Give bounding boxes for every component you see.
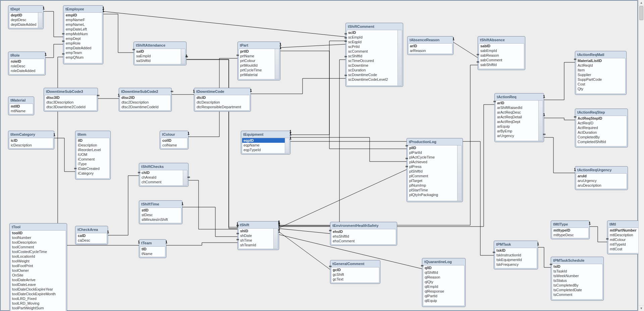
field[interactable]: tskID — [495, 248, 537, 253]
table-tEquipment[interactable]: tEquipmenteqpIDeqpNameeqpTypeId — [241, 131, 290, 154]
table-tShift[interactable]: tShiftshIDshDateshTimeshTeamId — [237, 221, 279, 250]
field[interactable]: aruDescription — [576, 183, 627, 188]
table-title[interactable]: tDowntimeSubCode3 — [45, 89, 97, 95]
field-list[interactable]: ehsIDehsShiftIdehsComment — [331, 229, 396, 245]
field[interactable]: toolLRD_Moving — [11, 301, 66, 306]
field[interactable]: aruUrgency — [576, 178, 627, 183]
field[interactable]: toolDescription — [11, 240, 66, 245]
field[interactable]: iID — [76, 138, 109, 143]
field[interactable]: scDowntime — [347, 63, 402, 68]
field[interactable]: scTimeOccured — [347, 58, 402, 63]
table-tActionReqMatl[interactable]: tActionReqMatlMaterialListIDActReqIdItem… — [575, 51, 627, 95]
field[interactable]: scShiftId — [347, 54, 402, 58]
field-list[interactable]: arIDarShiftRaisedIdarActReqDescarActReqD… — [495, 100, 543, 141]
field[interactable]: sabEmpId — [479, 48, 524, 53]
field[interactable]: chID — [140, 170, 187, 175]
field[interactable]: empID — [64, 13, 102, 17]
field-list[interactable]: dtcIDdtcDescriptiondtcResponsibleDepartm… — [195, 95, 250, 111]
table-title[interactable]: tItem — [76, 132, 110, 138]
field[interactable]: dtsc3Description — [45, 100, 97, 105]
field[interactable]: stID — [140, 208, 181, 212]
field-list[interactable]: colIDcolName — [161, 138, 187, 148]
field[interactable]: mtlTypeId — [608, 242, 639, 247]
table-tActionReqUrgency[interactable]: tActionReqUrgencyaruIdaruUrgencyaruDescr… — [575, 166, 628, 190]
field[interactable]: qlEmpId — [423, 284, 464, 289]
field[interactable]: prtMouldId — [239, 63, 279, 68]
field-list[interactable]: mtlPartNumbermtlDescriptionmtlColourmtlT… — [608, 228, 640, 253]
field[interactable]: Supplier — [576, 72, 625, 77]
field[interactable]: eqpName — [242, 143, 289, 147]
field[interactable]: sabReason — [479, 53, 524, 58]
field-list[interactable]: gcIDgcShiftgcText — [331, 267, 379, 283]
field[interactable]: dtcID — [195, 95, 250, 100]
field-list[interactable]: prtIDprtNameprtColourprtMouldIdprtCycleT… — [238, 49, 279, 79]
table-title[interactable]: tRole — [9, 53, 45, 59]
field[interactable]: saID — [135, 49, 185, 54]
field[interactable]: Cost — [576, 82, 625, 86]
field[interactable]: iCategory — [76, 171, 109, 176]
field[interactable]: tsID — [552, 264, 602, 269]
table-title[interactable]: tMtl — [608, 222, 640, 228]
table-title[interactable]: tDowntimeSubCode2 — [120, 89, 171, 95]
scroll-thumb[interactable] — [639, 6, 643, 20]
vertical-scrollbar[interactable]: ▲ ▼ — [638, 0, 644, 311]
field[interactable]: Item — [576, 68, 625, 72]
field-list[interactable]: shIDshDateshTimeshTeamId — [238, 228, 278, 249]
table-title[interactable]: tPMTask — [495, 242, 537, 248]
field[interactable]: shTeamId — [239, 243, 278, 247]
field[interactable]: colID — [161, 138, 187, 143]
field[interactable]: sabShiftId — [479, 62, 524, 67]
table-title[interactable]: tMtlType — [552, 222, 589, 228]
field[interactable]: toolNumber — [11, 235, 66, 240]
table-title[interactable]: tPMTaskSchedule — [552, 258, 603, 264]
field[interactable]: saShiftId — [135, 58, 185, 63]
table-tQuarantineLog[interactable]: tQuarantineLogqlIDqlShiftIdqlReasonqlQty… — [422, 258, 466, 307]
field[interactable]: empRole — [64, 41, 102, 46]
field-list[interactable]: icIDicDescription — [9, 138, 53, 148]
field[interactable]: mtlCost — [608, 247, 639, 251]
field[interactable]: icID — [9, 138, 53, 143]
field[interactable]: empQNum — [64, 55, 102, 60]
field[interactable]: tsTaskId — [552, 269, 602, 273]
table-tActionReq[interactable]: tActionReqarIDarShiftRaisedIdarActReqDes… — [494, 93, 544, 142]
field-list[interactable]: iIDiDescriptioniReorderLeveliUOMiComment… — [76, 138, 110, 179]
field[interactable]: saEmpId — [135, 54, 185, 58]
table-title[interactable]: tEquipment — [242, 132, 289, 138]
field-list[interactable]: arIDarReason — [408, 43, 452, 54]
field[interactable]: scDowntimeCodeLevel2 — [347, 77, 402, 82]
table-title[interactable]: tEnvironmentHealthSafety — [331, 223, 396, 229]
field[interactable]: empDept — [64, 36, 102, 41]
field[interactable]: arByEmp — [496, 129, 543, 133]
field[interactable]: scID — [347, 30, 402, 35]
field[interactable]: plQtyInPackaging — [408, 192, 462, 197]
field[interactable]: arActReqDetail — [496, 115, 543, 119]
table-title[interactable]: tDowntimeCode — [195, 89, 250, 95]
field[interactable]: mtlDescription — [608, 233, 639, 237]
field-list[interactable]: empIDempNameFempNameLempDateLeftempMobNu… — [64, 12, 102, 63]
field[interactable]: prtID — [239, 49, 279, 54]
field[interactable]: CompletedShiftId — [576, 139, 627, 144]
field[interactable]: empMobNum — [64, 32, 102, 36]
field[interactable]: toolLRD_Fixed — [11, 296, 66, 301]
field[interactable]: arID — [496, 101, 543, 105]
field[interactable]: tskFrequency — [495, 262, 537, 267]
table-tDept[interactable]: tDeptdeptIDdeptDescdeptDateAdded — [8, 5, 44, 29]
field-list[interactable]: saIDsaEmpIdsaShiftId — [135, 49, 185, 64]
field-list[interactable]: chIDchAreaIdchComment — [140, 170, 187, 186]
field[interactable]: scDowntimeCode — [347, 72, 402, 77]
table-title[interactable]: tActionReqStep — [576, 110, 627, 116]
field[interactable]: iDateCreated — [76, 166, 109, 171]
field[interactable]: qlReason — [423, 275, 464, 279]
scroll-up-arrow[interactable]: ▲ — [639, 0, 644, 6]
table-title[interactable]: tDept — [9, 6, 43, 12]
field[interactable]: scEqpId — [347, 40, 402, 44]
field[interactable]: tID — [140, 247, 165, 251]
field-list[interactable]: tsIDtsTaskIdtsWeekNumbertsStatustsComple… — [552, 264, 603, 300]
field[interactable]: icDescription — [9, 143, 53, 147]
field[interactable]: stMinutesInShift — [140, 217, 181, 222]
field[interactable]: gcText — [331, 277, 379, 282]
field[interactable]: plPartId — [408, 150, 462, 155]
table-tDowntimeSubCode3[interactable]: tDowntimeSubCode3dtsc3IDdtsc3Description… — [44, 88, 98, 112]
table-tProductionLog[interactable]: tProductionLogplIDplPartIdplActCycleTime… — [407, 138, 463, 202]
field-list[interactable]: qlIDqlShiftIdqlReasonqlQtyqlEmpIdqlRespo… — [423, 265, 465, 306]
